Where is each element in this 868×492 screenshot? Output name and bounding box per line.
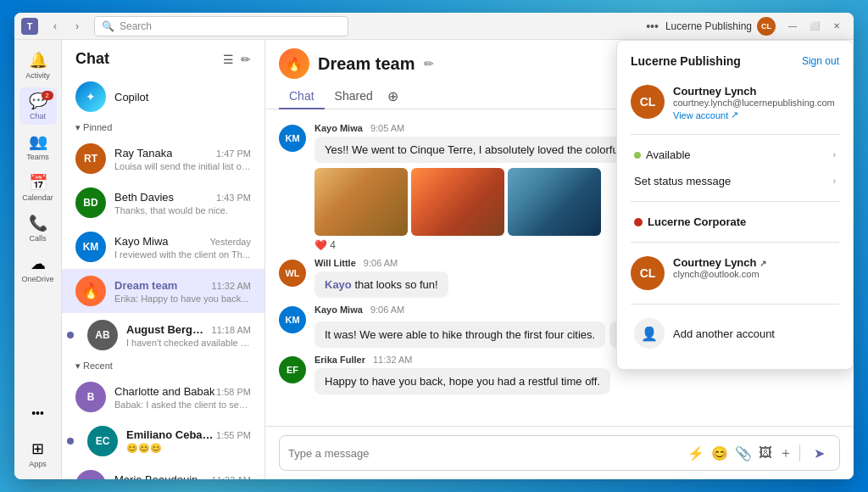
set-status-message-item[interactable]: Set status message ›	[631, 168, 839, 194]
teams-logo: T	[21, 18, 38, 35]
copilot-avatar: ✦	[75, 81, 106, 112]
sidebar-item-teams[interactable]: 👥 Teams	[19, 128, 57, 165]
back-button[interactable]: ‹	[45, 16, 65, 36]
list-item-dream-team[interactable]: 🔥 Dream team 11:32 AM Erika: Happy to ha…	[62, 269, 264, 313]
sidebar-item-calendar[interactable]: 📅 Calendar	[19, 169, 57, 206]
chevron-right-icon: ›	[833, 150, 836, 159]
chat-list-actions: ☰ ✏	[223, 53, 251, 66]
edit-icon[interactable]: ✏	[424, 57, 434, 70]
format-icon[interactable]: ⚡	[687, 445, 704, 461]
maximize-button[interactable]: ⬜	[804, 18, 825, 35]
pinned-section-label[interactable]: ▾ Pinned	[62, 119, 264, 137]
chat-list: Chat ☰ ✏ ✦ Copilot ▾ Pinned RT	[62, 40, 265, 479]
sidebar-item-more[interactable]: •••	[19, 394, 57, 432]
message-input-box: ⚡ 😊 📎 🖼 ＋ ➤	[279, 435, 840, 471]
message-bubble: Kayo that looks so fun!	[314, 271, 448, 298]
filter-icon[interactable]: ☰	[223, 53, 234, 66]
tab-shared[interactable]: Shared	[325, 84, 383, 109]
group-avatar: 🔥	[279, 48, 309, 79]
chat-list-title: Chat	[75, 50, 109, 68]
chat-list-header: Chat ☰ ✏	[62, 40, 264, 75]
more-options-icon[interactable]: •••	[646, 20, 659, 33]
chat-input-area: ⚡ 😊 📎 🖼 ＋ ➤	[265, 426, 854, 479]
gif-icon[interactable]: 🖼	[759, 445, 772, 461]
avatar: EC	[87, 426, 118, 456]
user-avatar[interactable]: CL	[757, 17, 776, 36]
apps-icon: ⊞	[31, 439, 44, 458]
primary-account-item: CL Courtney Lynch courtney.lynch@lucerne…	[631, 78, 839, 127]
list-item[interactable]: BD Beth Davies 1:43 PM Thanks, that woul…	[62, 181, 264, 225]
more-icon: •••	[31, 406, 44, 420]
new-chat-icon[interactable]: ✏	[241, 53, 251, 66]
teams-icon: 👥	[29, 132, 47, 151]
recent-section-label[interactable]: ▾ Recent	[62, 357, 264, 375]
minimize-button[interactable]: —	[782, 18, 803, 35]
message-image	[314, 168, 408, 236]
list-item[interactable]: MB Marie Beaudouin 11:32 AM Ohhh I see, …	[62, 463, 264, 479]
copilot-label: Copilot	[114, 91, 148, 103]
avatar: MB	[75, 470, 106, 479]
sidebar-item-chat[interactable]: 💬 2 Chat	[19, 87, 57, 125]
sidebar-item-apps[interactable]: ⊞ Apps	[19, 435, 57, 472]
calls-icon: 📞	[29, 214, 47, 232]
more-input-icon[interactable]: ＋	[779, 444, 793, 462]
message-bubble: Happy to have you back, hope you had a r…	[314, 368, 610, 394]
calendar-icon: 📅	[29, 173, 47, 192]
sidebar-item-onedrive[interactable]: ☁ OneDrive	[19, 250, 57, 288]
unread-indicator	[67, 438, 74, 444]
copilot-item[interactable]: ✦ Copilot	[62, 75, 264, 119]
attach-icon[interactable]: 📎	[735, 445, 752, 461]
chat-name: Dream team	[318, 54, 415, 74]
status-dot	[634, 152, 641, 159]
account-area[interactable]: Lucerne Publishing CL	[665, 17, 776, 36]
chevron-right-icon: ›	[833, 176, 836, 186]
secondary-account-avatar: CL	[631, 256, 665, 290]
chat-list-body: ✦ Copilot ▾ Pinned RT Ray Tanaka 1:47 PM…	[62, 75, 264, 479]
close-button[interactable]: ✕	[826, 18, 847, 35]
message-bubble: It was! We were able to hike through the…	[314, 321, 605, 348]
list-item[interactable]: EC Emiliano Ceballos 1:55 PM 😊😊😊	[62, 419, 264, 463]
add-tab-button[interactable]: ⊕	[383, 87, 403, 107]
list-item[interactable]: AB August Bergman 11:18 AM I haven't che…	[62, 313, 264, 357]
add-account-item[interactable]: 👤 Add another account	[631, 311, 839, 355]
avatar: BD	[75, 187, 106, 218]
add-account-icon: 👤	[634, 318, 665, 349]
list-item[interactable]: KM Kayo Miwa Yesterday I reviewed with t…	[62, 225, 264, 269]
org-label: Lucerne Corporate	[631, 209, 839, 235]
sidebar-item-activity[interactable]: 🔔 Activity	[19, 47, 57, 84]
external-link-icon: ↗	[731, 109, 738, 120]
sign-out-button[interactable]: Sign out	[802, 55, 839, 67]
tab-chat[interactable]: Chat	[279, 84, 325, 109]
org-dot	[634, 218, 643, 226]
activity-icon: 🔔	[29, 51, 47, 70]
emoji-icon[interactable]: 😊	[711, 445, 728, 461]
message-image	[411, 168, 504, 236]
avatar: KM	[75, 232, 106, 262]
view-account-link[interactable]: View account ↗	[673, 109, 839, 120]
divider	[631, 304, 839, 305]
list-item[interactable]: B Charlotte and Babak 1:58 PM Babak: I a…	[62, 375, 264, 419]
avatar: WL	[279, 260, 306, 287]
search-placeholder: Search	[120, 20, 152, 32]
avatar: 🔥	[75, 276, 106, 306]
avatar: RT	[75, 143, 106, 174]
avatar: EF	[279, 356, 306, 383]
forward-button[interactable]: ›	[67, 16, 87, 36]
external-icon: ↗	[760, 259, 766, 268]
divider	[631, 134, 839, 135]
send-button[interactable]: ➤	[807, 441, 831, 465]
message-input[interactable]	[288, 447, 681, 460]
onedrive-icon: ☁	[31, 254, 46, 273]
sidebar: 🔔 Activity 💬 2 Chat 👥 Teams 📅 Calendar 📞…	[14, 40, 62, 479]
search-bar[interactable]: 🔍 Search	[94, 16, 348, 36]
avatar: AB	[87, 320, 118, 350]
sidebar-item-calls[interactable]: 📞 Calls	[19, 210, 57, 247]
divider	[631, 242, 839, 243]
list-item[interactable]: RT Ray Tanaka 1:47 PM Louisa will send t…	[62, 137, 264, 181]
unread-indicator	[67, 332, 74, 338]
account-name: Lucerne Publishing	[665, 20, 752, 32]
input-toolbar: ⚡ 😊 📎 🖼 ＋ ➤	[687, 441, 831, 465]
avatar: KM	[279, 306, 306, 333]
available-status-item[interactable]: Available ›	[631, 142, 839, 168]
avatar: KM	[279, 125, 306, 152]
